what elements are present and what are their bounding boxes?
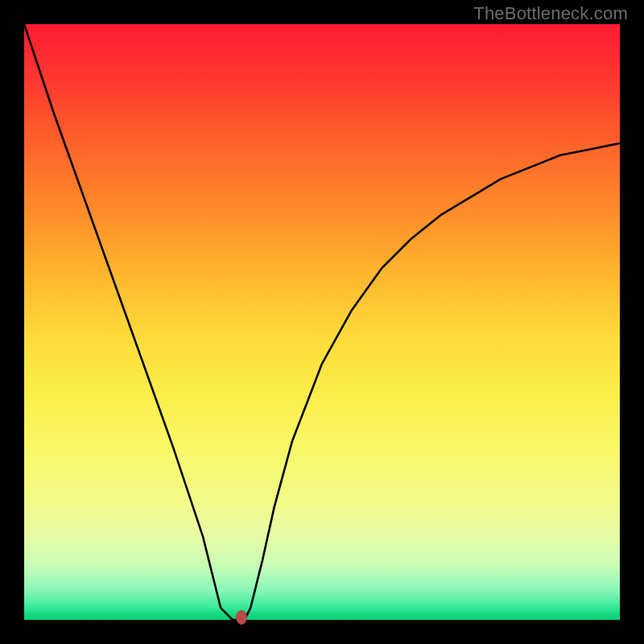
plot-area xyxy=(24,24,620,620)
minimum-marker xyxy=(236,610,247,625)
watermark: TheBottleneck.com xyxy=(473,3,628,24)
chart-frame: TheBottleneck.com xyxy=(0,0,644,644)
